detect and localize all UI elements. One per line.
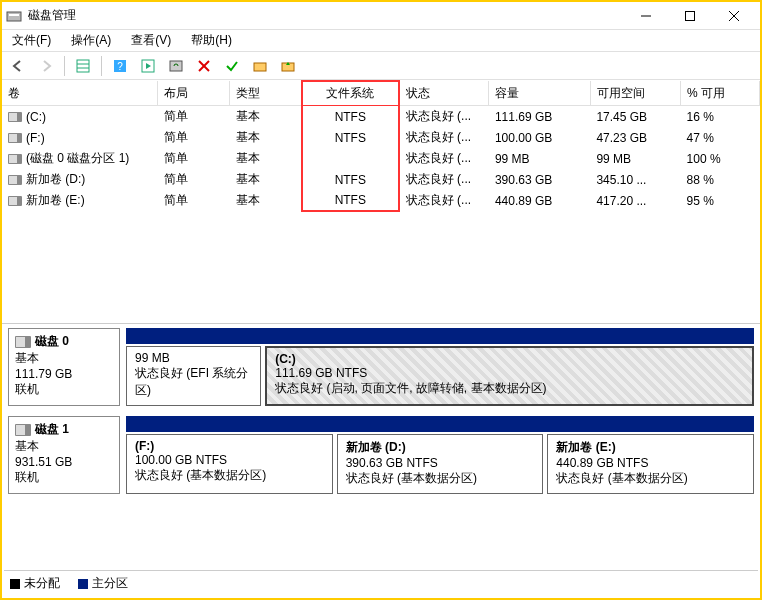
table-header-row: 卷 布局 类型 文件系统 状态 容量 可用空间 % 可用	[2, 81, 760, 106]
disk-info[interactable]: 磁盘 0 基本 111.79 GB 联机	[8, 328, 120, 406]
toolbar: ?	[2, 52, 760, 80]
disk-info[interactable]: 磁盘 1 基本 931.51 GB 联机	[8, 416, 120, 494]
col-pct[interactable]: % 可用	[681, 81, 760, 106]
cell-type: 基本	[230, 127, 302, 148]
cell-layout: 简单	[158, 148, 230, 169]
col-free[interactable]: 可用空间	[590, 81, 680, 106]
window-buttons	[624, 2, 756, 30]
forward-button[interactable]	[34, 54, 58, 78]
svg-rect-3	[686, 11, 695, 20]
partition-status: 状态良好 (基本数据分区)	[135, 467, 324, 484]
disk-state: 联机	[15, 381, 113, 398]
cell-capacity: 100.00 GB	[489, 127, 590, 148]
svg-rect-1	[9, 14, 19, 16]
cell-capacity: 390.63 GB	[489, 169, 590, 190]
disk-bar	[126, 328, 754, 344]
delete-icon[interactable]	[192, 54, 216, 78]
cell-free: 47.23 GB	[590, 127, 680, 148]
folder-up-icon[interactable]	[276, 54, 300, 78]
cell-pct: 95 %	[681, 190, 760, 211]
maximize-button[interactable]	[668, 2, 712, 30]
run-icon[interactable]	[136, 54, 160, 78]
cell-pct: 100 %	[681, 148, 760, 169]
cell-status: 状态良好 (...	[399, 106, 489, 128]
disk-type: 基本	[15, 350, 113, 367]
partition-box[interactable]: 新加卷 (D:)390.63 GB NTFS状态良好 (基本数据分区)	[337, 434, 544, 494]
disk-type: 基本	[15, 438, 113, 455]
cell-type: 基本	[230, 190, 302, 211]
cell-status: 状态良好 (...	[399, 169, 489, 190]
drive-icon	[8, 175, 22, 185]
cell-volume: (C:)	[2, 106, 158, 128]
folder-icon[interactable]	[248, 54, 272, 78]
cell-free: 17.45 GB	[590, 106, 680, 128]
help-icon[interactable]: ?	[108, 54, 132, 78]
svg-rect-12	[170, 61, 182, 71]
cell-status: 状态良好 (...	[399, 190, 489, 211]
partition-size: 440.89 GB NTFS	[556, 456, 745, 470]
table-row[interactable]: (C:)简单基本NTFS状态良好 (...111.69 GB17.45 GB16…	[2, 106, 760, 128]
col-type[interactable]: 类型	[230, 81, 302, 106]
partition-box[interactable]: 99 MB状态良好 (EFI 系统分区)	[126, 346, 261, 406]
cell-capacity: 99 MB	[489, 148, 590, 169]
disk-size: 931.51 GB	[15, 455, 113, 469]
partition-box[interactable]: (F:)100.00 GB NTFS状态良好 (基本数据分区)	[126, 434, 333, 494]
cell-volume: (磁盘 0 磁盘分区 1)	[2, 148, 158, 169]
col-status[interactable]: 状态	[399, 81, 489, 106]
legend-primary: 主分区	[78, 575, 128, 592]
disk-row: 磁盘 0 基本 111.79 GB 联机99 MB状态良好 (EFI 系统分区)…	[8, 328, 754, 406]
cell-volume: 新加卷 (D:)	[2, 169, 158, 190]
partition-box[interactable]: 新加卷 (E:)440.89 GB NTFS状态良好 (基本数据分区)	[547, 434, 754, 494]
legend-unallocated: 未分配	[10, 575, 60, 592]
cell-layout: 简单	[158, 190, 230, 211]
partition-box[interactable]: (C:)111.69 GB NTFS状态良好 (启动, 页面文件, 故障转储, …	[265, 346, 754, 406]
partition-title: (F:)	[135, 439, 324, 453]
refresh-icon[interactable]	[164, 54, 188, 78]
partition-size: 99 MB	[135, 351, 252, 365]
close-button[interactable]	[712, 2, 756, 30]
table-row[interactable]: 新加卷 (E:)简单基本NTFS状态良好 (...440.89 GB417.20…	[2, 190, 760, 211]
cell-type: 基本	[230, 148, 302, 169]
menu-view[interactable]: 查看(V)	[125, 30, 177, 51]
cell-filesystem: NTFS	[302, 106, 399, 128]
col-filesystem[interactable]: 文件系统	[302, 81, 399, 106]
menu-file[interactable]: 文件(F)	[6, 30, 57, 51]
partition-title: 新加卷 (D:)	[346, 439, 535, 456]
partition-status: 状态良好 (EFI 系统分区)	[135, 365, 252, 399]
col-capacity[interactable]: 容量	[489, 81, 590, 106]
disk-title: 磁盘 0	[35, 333, 69, 350]
table-row[interactable]: 新加卷 (D:)简单基本NTFS状态良好 (...390.63 GB345.10…	[2, 169, 760, 190]
cell-free: 417.20 ...	[590, 190, 680, 211]
menu-action[interactable]: 操作(A)	[65, 30, 117, 51]
cell-free: 99 MB	[590, 148, 680, 169]
table-row[interactable]: (F:)简单基本NTFS状态良好 (...100.00 GB47.23 GB47…	[2, 127, 760, 148]
cell-type: 基本	[230, 106, 302, 128]
menu-help[interactable]: 帮助(H)	[185, 30, 238, 51]
svg-rect-15	[254, 63, 266, 71]
partition-size: 100.00 GB NTFS	[135, 453, 324, 467]
cell-filesystem	[302, 148, 399, 169]
cell-volume: (F:)	[2, 127, 158, 148]
app-icon	[6, 8, 22, 24]
view-list-icon[interactable]	[71, 54, 95, 78]
disk-title: 磁盘 1	[35, 421, 69, 438]
col-volume[interactable]: 卷	[2, 81, 158, 106]
cell-filesystem: NTFS	[302, 127, 399, 148]
partition-title: 新加卷 (E:)	[556, 439, 745, 456]
disk-partitions: 99 MB状态良好 (EFI 系统分区)(C:)111.69 GB NTFS状态…	[126, 328, 754, 406]
partition-size: 390.63 GB NTFS	[346, 456, 535, 470]
disk-map-pane: 磁盘 0 基本 111.79 GB 联机99 MB状态良好 (EFI 系统分区)…	[2, 324, 760, 494]
table-row[interactable]: (磁盘 0 磁盘分区 1)简单基本状态良好 (...99 MB99 MB100 …	[2, 148, 760, 169]
back-button[interactable]	[6, 54, 30, 78]
drive-icon	[8, 112, 22, 122]
partition-status: 状态良好 (基本数据分区)	[346, 470, 535, 487]
disk-icon	[15, 336, 31, 348]
check-icon[interactable]	[220, 54, 244, 78]
col-layout[interactable]: 布局	[158, 81, 230, 106]
titlebar: 磁盘管理	[2, 2, 760, 30]
cell-type: 基本	[230, 169, 302, 190]
legend: 未分配 主分区	[4, 570, 758, 596]
cell-filesystem: NTFS	[302, 190, 399, 211]
minimize-button[interactable]	[624, 2, 668, 30]
volume-table: 卷 布局 类型 文件系统 状态 容量 可用空间 % 可用 (C:)简单基本NTF…	[2, 80, 760, 212]
